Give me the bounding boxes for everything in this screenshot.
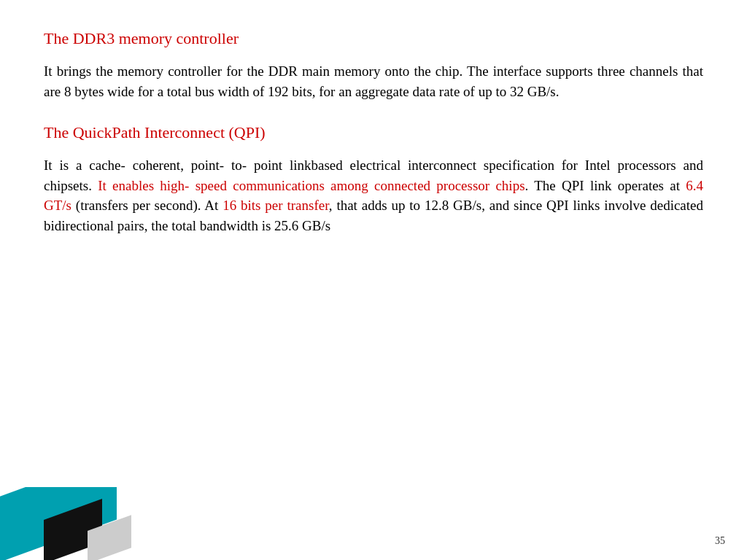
section2-title: The QuickPath Interconnect (QPI) [44, 123, 703, 142]
section1-title: The DDR3 memory controller [44, 29, 703, 48]
section2-body-part2: . The QPI link operates at [525, 178, 686, 193]
section2-body-part3: (transfers per second). At [71, 198, 222, 213]
section2-body-red3: 16 bits per transfer [222, 198, 329, 213]
slide: The DDR3 memory controller It brings the… [0, 0, 747, 560]
bottom-decoration [0, 487, 146, 560]
slide-number: 35 [715, 535, 725, 547]
section1-body: It brings the memory controller for the … [44, 61, 703, 101]
section2-body: It is a cache- coherent, point- to- poin… [44, 155, 703, 236]
section2-body-red1: It enables high- speed communications am… [98, 178, 525, 193]
